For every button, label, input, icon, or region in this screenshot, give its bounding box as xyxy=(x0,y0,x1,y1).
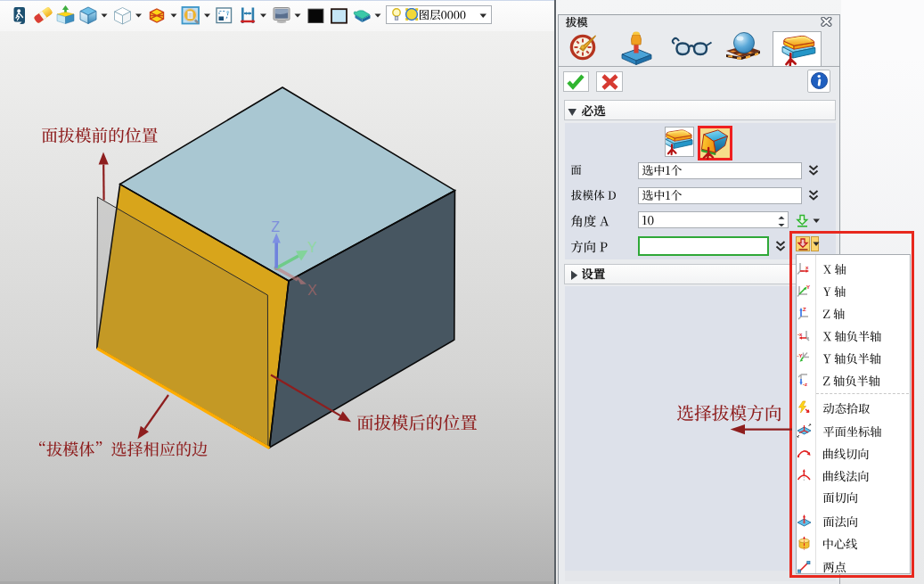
svg-text:Z: Z xyxy=(271,219,280,234)
svg-text:Y: Y xyxy=(307,240,317,255)
svg-text:X: X xyxy=(307,283,317,298)
